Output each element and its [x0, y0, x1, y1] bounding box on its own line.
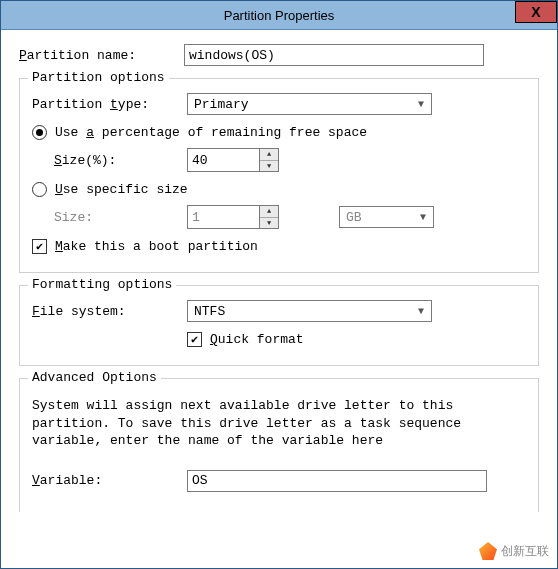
size-unit-select: GB ▼ [339, 206, 434, 228]
partition-name-input[interactable] [184, 44, 484, 66]
partition-type-label: Partition type: [32, 97, 187, 112]
radio-use-percentage[interactable]: Use a percentage of remaining free space [32, 125, 526, 140]
checkbox-icon [187, 332, 202, 347]
checkbox-icon [32, 239, 47, 254]
size-fixed-input [187, 205, 259, 229]
chevron-down-icon: ▼ [415, 212, 431, 223]
chevron-down-icon: ▼ [413, 306, 429, 317]
partition-type-row: Partition type: Primary ▼ [32, 93, 526, 115]
variable-label: Variable: [32, 473, 187, 488]
partition-options-legend: Partition options [28, 70, 169, 85]
advanced-options-group: Advanced Options System will assign next… [19, 378, 539, 512]
spin-down-icon: ▼ [260, 161, 278, 172]
partition-type-select[interactable]: Primary ▼ [187, 93, 432, 115]
dialog-window: Partition Properties X Partition name: P… [0, 0, 558, 569]
size-percent-label: Size(%): [54, 153, 187, 168]
file-system-label: File system: [32, 304, 187, 319]
window-title: Partition Properties [224, 8, 335, 23]
radio-use-specific-size[interactable]: Use specific size [32, 182, 526, 197]
size-fixed-spinner: ▲ ▼ [187, 205, 279, 229]
close-button[interactable]: X [515, 1, 557, 23]
spinner-buttons[interactable]: ▲ ▼ [259, 148, 279, 172]
size-fixed-row: Size: ▲ ▼ GB ▼ [54, 205, 526, 229]
dialog-content: Partition name: Partition options Partit… [1, 30, 557, 528]
quick-format-checkbox[interactable]: Quick format [187, 332, 526, 347]
watermark-icon [479, 542, 497, 560]
watermark: 创新互联 [479, 542, 549, 560]
advanced-help-text: System will assign next available drive … [32, 397, 526, 450]
radio-icon [32, 125, 47, 140]
radio-icon [32, 182, 47, 197]
spinner-buttons: ▲ ▼ [259, 205, 279, 229]
spin-up-icon: ▲ [260, 149, 278, 161]
close-icon: X [531, 4, 540, 20]
spin-down-icon: ▼ [260, 218, 278, 229]
partition-options-group: Partition options Partition type: Primar… [19, 78, 539, 273]
boot-partition-checkbox[interactable]: Make this a boot partition [32, 239, 526, 254]
title-bar: Partition Properties X [1, 1, 557, 30]
partition-name-label: Partition name: [19, 48, 184, 63]
size-fixed-label: Size: [54, 210, 187, 225]
file-system-select[interactable]: NTFS ▼ [187, 300, 432, 322]
formatting-options-legend: Formatting options [28, 277, 176, 292]
size-percent-row: Size(%): ▲ ▼ [54, 148, 526, 172]
formatting-options-group: Formatting options File system: NTFS ▼ Q… [19, 285, 539, 366]
size-percent-spinner[interactable]: ▲ ▼ [187, 148, 279, 172]
variable-input[interactable] [187, 470, 487, 492]
size-percent-input[interactable] [187, 148, 259, 172]
file-system-row: File system: NTFS ▼ [32, 300, 526, 322]
partition-name-row: Partition name: [19, 44, 539, 66]
chevron-down-icon: ▼ [413, 99, 429, 110]
variable-row: Variable: [32, 470, 526, 492]
spin-up-icon: ▲ [260, 206, 278, 218]
advanced-options-legend: Advanced Options [28, 370, 161, 385]
